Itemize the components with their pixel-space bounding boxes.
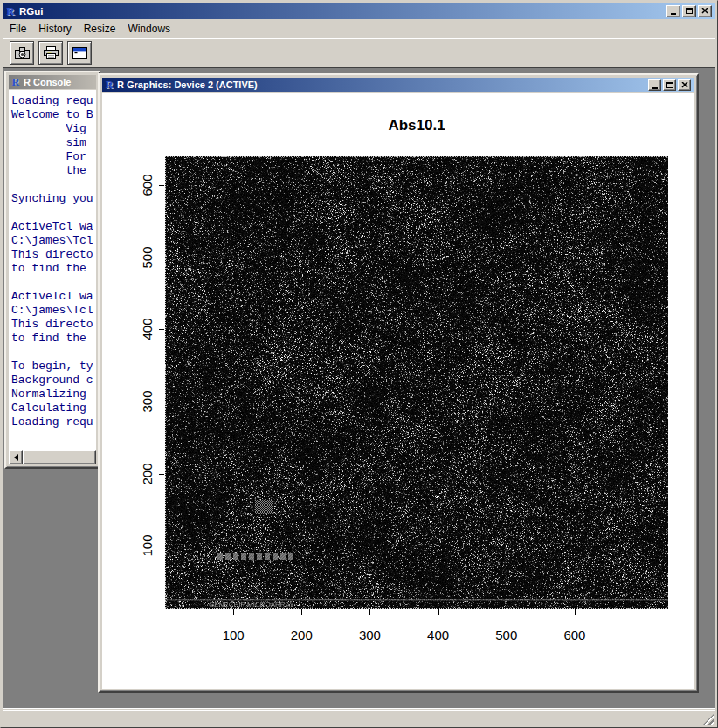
- y-axis-tick-label: 600: [140, 175, 155, 196]
- close-icon: [701, 8, 708, 14]
- window-title: RGui: [19, 6, 43, 17]
- print-button[interactable]: [38, 41, 63, 65]
- plot-area: Abs10.1 10020030040050060010020030040050…: [102, 93, 694, 689]
- x-axis-tick-label: 100: [223, 628, 245, 642]
- x-axis-tick: [575, 609, 576, 615]
- graphics-titlebar[interactable]: R R Graphics: Device 2 (ACTIVE): [102, 78, 694, 92]
- x-axis-tick-label: 500: [495, 628, 517, 642]
- console-line: Normalizing: [11, 388, 96, 402]
- menu-item-windows[interactable]: Windows: [121, 22, 176, 36]
- console-window: R R Console Loading requWelcome to B Vig…: [4, 71, 100, 469]
- y-axis-tick-label: 500: [140, 246, 155, 268]
- graphics-title: R Graphics: Device 2 (ACTIVE): [117, 79, 258, 90]
- close-icon: [681, 82, 688, 88]
- y-axis-tick: [159, 329, 164, 330]
- minimize-icon: [652, 87, 658, 89]
- x-axis-tick-label: 200: [291, 628, 313, 642]
- x-axis-tick: [438, 609, 439, 615]
- plot-title: Abs10.1: [388, 117, 445, 134]
- console-line: ActiveTcl wa: [11, 290, 96, 304]
- console-line: This directo: [11, 248, 96, 262]
- close-button[interactable]: [698, 5, 712, 17]
- rgui-window: R RGui FileHistoryResizeWindows: [0, 0, 718, 728]
- console-line: [11, 346, 96, 360]
- x-axis-tick-label: 400: [427, 628, 449, 642]
- maximize-button[interactable]: [682, 5, 696, 17]
- y-axis-tick: [159, 258, 164, 258]
- x-axis-tick: [507, 609, 507, 615]
- x-axis-tick-label: 300: [359, 628, 381, 642]
- mdi-area: R R Console Loading requWelcome to B Vig…: [3, 67, 715, 709]
- scroll-left-button[interactable]: [9, 450, 23, 464]
- y-axis-tick-label: 300: [140, 390, 155, 412]
- console-line: to find the: [11, 332, 96, 346]
- maximize-icon: [686, 8, 693, 14]
- graphics-minimize-button[interactable]: [648, 79, 661, 91]
- console-line: the: [11, 164, 96, 178]
- console-line: Loading requ: [11, 94, 96, 108]
- y-axis-tick: [159, 402, 164, 402]
- snapshot-button[interactable]: [10, 41, 34, 65]
- console-line: [11, 276, 96, 290]
- console-line: sim: [11, 136, 96, 150]
- console-title: R Console: [24, 77, 71, 87]
- y-axis-tick-label: 200: [140, 463, 155, 484]
- console-line: Synching you: [11, 192, 96, 206]
- console-hscrollbar[interactable]: [9, 450, 96, 464]
- console-line: To begin, ty: [11, 360, 96, 374]
- main-titlebar[interactable]: R RGui: [3, 3, 715, 19]
- console-titlebar[interactable]: R R Console: [9, 75, 96, 89]
- r-logo-icon: R: [4, 5, 17, 17]
- console-focus-button[interactable]: [67, 41, 92, 65]
- r-logo-icon: R: [10, 77, 21, 87]
- printer-icon: [44, 46, 59, 59]
- console-line: Background c: [11, 374, 96, 388]
- menu-item-history[interactable]: History: [32, 22, 77, 36]
- console-line: For: [11, 150, 96, 164]
- menu-item-resize[interactable]: Resize: [78, 22, 122, 36]
- console-line: Calculating: [11, 402, 96, 416]
- x-axis-tick: [369, 609, 370, 615]
- x-axis-tick: [301, 609, 302, 615]
- y-axis-tick-label: 100: [140, 535, 155, 557]
- maximize-icon: [666, 82, 673, 88]
- y-axis-tick: [159, 185, 164, 186]
- console-line: C:\james\Tcl: [11, 304, 96, 318]
- toolbar: [3, 38, 715, 66]
- y-axis-tick: [159, 474, 164, 475]
- chip-image-frame: [165, 156, 668, 609]
- console-line: Welcome to B: [11, 108, 96, 122]
- console-line: Loading requ: [11, 416, 96, 429]
- r-logo-icon: R: [104, 79, 114, 90]
- console-line: [11, 178, 96, 192]
- console-window-icon: [72, 47, 87, 59]
- y-axis-tick-label: 400: [140, 319, 155, 340]
- console-line: Vig: [11, 122, 96, 136]
- x-axis-tick-label: 600: [563, 628, 585, 642]
- graphics-window: R R Graphics: Device 2 (ACTIVE) Abs10.1 …: [98, 73, 699, 693]
- menu-item-file[interactable]: File: [3, 22, 32, 36]
- y-axis-tick: [159, 546, 164, 546]
- menubar: FileHistoryResizeWindows: [3, 21, 715, 37]
- console-line: C:\james\Tcl: [11, 234, 96, 248]
- console-content[interactable]: Loading requWelcome to B Vig sim For the…: [9, 90, 96, 450]
- graphics-maximize-button[interactable]: [663, 79, 676, 91]
- resize-grip[interactable]: [702, 714, 714, 725]
- console-line: ActiveTcl wa: [11, 220, 96, 234]
- console-line: [11, 206, 96, 220]
- camera-icon: [15, 47, 30, 59]
- scroll-thumb[interactable]: [23, 450, 96, 464]
- console-line: This directo: [11, 318, 96, 332]
- graphics-close-button[interactable]: [678, 79, 691, 91]
- minimize-button[interactable]: [666, 5, 680, 17]
- minimize-icon: [671, 13, 676, 15]
- microarray-image: [165, 156, 668, 609]
- scroll-left-icon: [14, 454, 18, 461]
- x-axis-tick: [233, 609, 234, 615]
- statusbar: [3, 710, 715, 726]
- console-line: to find the: [11, 262, 96, 276]
